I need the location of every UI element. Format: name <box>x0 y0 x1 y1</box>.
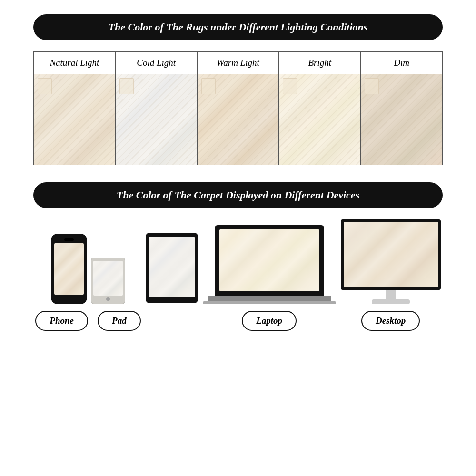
laptop-base <box>208 296 331 301</box>
pad-screen-small <box>93 261 123 296</box>
col-header-warm: Warm Light <box>197 52 279 74</box>
phone-pad-group: Phone Pad <box>35 234 140 331</box>
col-header-cold: Cold Light <box>115 52 197 74</box>
laptop-screen-part <box>215 225 324 296</box>
devices-grid: Phone Pad <box>33 219 443 331</box>
pad-device-small <box>91 258 125 304</box>
laptop-foot <box>203 301 336 304</box>
page-root: The Color of The Rugs under Different Li… <box>0 0 476 476</box>
monitor-screen-part <box>341 219 441 290</box>
devices-section: The Color of The Carpet Displayed on Dif… <box>33 182 443 340</box>
tablet-screen <box>149 237 195 298</box>
col-header-dim: Dim <box>361 52 443 74</box>
rug-cell-natural <box>34 74 116 165</box>
desktop-label: Desktop <box>361 311 420 331</box>
col-header-natural: Natural Light <box>34 52 116 74</box>
pad-home-button <box>106 298 110 301</box>
laptop-label: Laptop <box>242 311 297 331</box>
monitor-stand-base <box>372 299 410 304</box>
rug-cell-dim <box>361 74 443 165</box>
tablet-device <box>146 233 198 303</box>
phone-notch <box>64 238 74 241</box>
phone-screen <box>54 243 84 295</box>
monitor-device <box>341 219 441 304</box>
desktop-wrapper: Desktop <box>341 219 441 331</box>
laptop-device <box>203 225 336 304</box>
tablet-wrapper <box>146 233 198 331</box>
pad-label: Pad <box>98 311 141 331</box>
lighting-table: Natural Light Cold Light Warm Light Brig… <box>33 51 443 165</box>
laptop-screen <box>219 229 319 291</box>
phone-label: Phone <box>35 311 88 331</box>
phone-device <box>51 234 87 304</box>
laptop-wrapper: Laptop <box>203 225 336 331</box>
devices-section-title: The Color of The Carpet Displayed on Dif… <box>33 182 443 208</box>
rug-cell-warm <box>197 74 279 165</box>
monitor-screen <box>344 222 438 287</box>
lighting-section-title: The Color of The Rugs under Different Li… <box>33 14 443 40</box>
col-header-bright: Bright <box>279 52 361 74</box>
rug-cell-bright <box>279 74 361 165</box>
phone-pad-devices <box>51 234 125 304</box>
monitor-stand-neck <box>386 290 396 299</box>
rug-cell-cold <box>115 74 197 165</box>
